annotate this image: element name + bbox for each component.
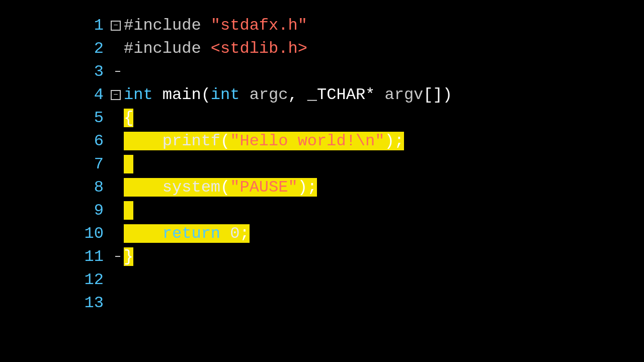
line-number: 11: [0, 245, 108, 268]
code-line[interactable]: 5 {: [0, 107, 644, 130]
line-number: 13: [0, 292, 108, 315]
string-literal: "stdafx.h": [211, 16, 307, 35]
code-content[interactable]: [124, 199, 644, 222]
line-number: 10: [0, 222, 108, 245]
string-literal: "Hello world!\n": [230, 132, 384, 150]
code-line[interactable]: 4 − int main(int argc, _TCHAR* argv[]): [0, 83, 644, 107]
line-number: 9: [0, 199, 108, 222]
literal: 0: [230, 224, 239, 243]
line-number: 4: [0, 83, 108, 107]
code-line[interactable]: 6 printf("Hello world!\n");: [0, 130, 644, 153]
selection: return 0;: [124, 224, 250, 243]
selection: system("PAUSE");: [124, 178, 317, 197]
identifier: argc: [250, 85, 288, 104]
identifier: _TCHAR: [307, 85, 365, 104]
keyword: int: [124, 85, 153, 104]
code-content[interactable]: int main(int argc, _TCHAR* argv[]): [124, 83, 644, 107]
fold-minus-icon[interactable]: −: [111, 90, 121, 100]
code-content[interactable]: {: [124, 107, 644, 130]
code-line[interactable]: 7: [0, 153, 644, 176]
line-number: 3: [0, 60, 108, 83]
keyword: int: [211, 85, 240, 104]
line-number: 2: [0, 37, 108, 60]
line-number: 12: [0, 268, 108, 292]
code-line[interactable]: 11 }: [0, 245, 644, 268]
code-line[interactable]: 13: [0, 292, 644, 315]
selection: {: [124, 109, 133, 127]
directive: #include: [124, 39, 201, 58]
code-content[interactable]: printf("Hello world!\n");: [124, 130, 644, 153]
identifier: argv: [384, 85, 423, 104]
selection: [124, 201, 133, 220]
identifier: main: [163, 85, 201, 104]
string-literal: "PAUSE": [230, 178, 297, 197]
string-literal: <stdlib.h>: [211, 39, 307, 58]
line-number: 7: [0, 153, 108, 176]
code-content[interactable]: system("PAUSE");: [124, 176, 644, 199]
selection: }: [124, 247, 133, 266]
identifier: system: [163, 178, 220, 197]
code-line[interactable]: 3: [0, 60, 644, 83]
code-content[interactable]: #include <stdlib.h>: [124, 37, 644, 60]
selection: [124, 155, 133, 173]
identifier: printf: [163, 132, 220, 150]
code-line[interactable]: 10 return 0;: [0, 222, 644, 245]
fold-minus-icon[interactable]: −: [111, 21, 121, 31]
code-line[interactable]: 1 − #include "stdafx.h": [0, 14, 644, 37]
selection: printf("Hello world!\n");: [124, 132, 404, 150]
code-content[interactable]: #include "stdafx.h": [124, 14, 644, 37]
code-content[interactable]: }: [124, 245, 644, 268]
code-line[interactable]: 9: [0, 199, 644, 222]
code-content[interactable]: return 0;: [124, 222, 644, 245]
code-line[interactable]: 12: [0, 268, 644, 292]
line-number: 1: [0, 14, 108, 37]
line-number: 8: [0, 176, 108, 199]
code-content[interactable]: [124, 153, 644, 176]
line-number: 6: [0, 130, 108, 153]
line-number: 5: [0, 107, 108, 130]
directive: #include: [124, 16, 201, 35]
keyword: return: [163, 224, 220, 243]
code-line[interactable]: 2 #include <stdlib.h>: [0, 37, 644, 60]
code-line[interactable]: 8 system("PAUSE");: [0, 176, 644, 199]
code-editor[interactable]: 1 − #include "stdafx.h" 2 #include <stdl…: [0, 0, 644, 315]
